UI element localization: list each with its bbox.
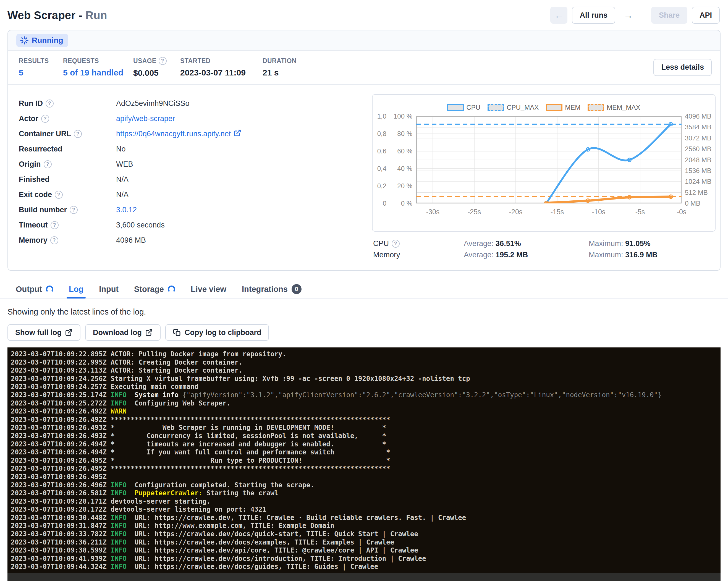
log-action-label: Copy log to clipboard bbox=[185, 328, 261, 337]
detail-value[interactable]: https://0q64wnacgyft.runs.apify.net bbox=[116, 129, 241, 139]
log-line: 2023-03-07T10:09:38.599Z INFO URL: https… bbox=[11, 547, 721, 555]
previous-run-button[interactable]: ← bbox=[550, 7, 567, 24]
tab-log[interactable]: Log bbox=[69, 280, 83, 298]
log-action-copy-log-to-clipboard[interactable]: Copy log to clipboard bbox=[165, 324, 269, 341]
axis-tick-label: 2048 MB bbox=[685, 156, 711, 164]
stat-value: 2023-03-07 11:09 bbox=[180, 68, 263, 77]
log-line: 2023-03-07T10:09:24.257Z Executing main … bbox=[11, 383, 721, 391]
axis-tick-label: 0,2 bbox=[377, 182, 386, 190]
stat-duration: DURATION21 s bbox=[263, 57, 345, 77]
detail-label: Timeout? bbox=[19, 221, 116, 230]
axis-tick-label: 3584 MB bbox=[685, 123, 711, 131]
log-action-show-full-log[interactable]: Show full log bbox=[7, 324, 80, 341]
all-runs-button[interactable]: All runs bbox=[572, 7, 615, 24]
detail-value: WEB bbox=[116, 160, 133, 168]
help-icon[interactable]: ? bbox=[44, 160, 52, 168]
less-details-button[interactable]: Less details bbox=[653, 59, 712, 76]
detail-label-text: Build number bbox=[19, 206, 67, 214]
legend-item-mem_max[interactable]: MEM_MAX bbox=[588, 104, 640, 111]
axis-tick-label: 0 bbox=[383, 200, 386, 207]
help-icon[interactable]: ? bbox=[55, 191, 63, 199]
log-action-download-log[interactable]: Download log bbox=[85, 324, 161, 341]
axis-tick-label: 1024 MB bbox=[685, 178, 711, 185]
tab-live-view[interactable]: Live view bbox=[191, 280, 226, 298]
detail-value[interactable]: apify/web-scraper bbox=[116, 114, 175, 123]
detail-label: Memory? bbox=[19, 236, 116, 245]
tab-output[interactable]: Output bbox=[16, 280, 53, 298]
tab-count-badge: 0 bbox=[292, 284, 302, 294]
tab-storage[interactable]: Storage bbox=[134, 280, 175, 298]
detail-row: Actor?apify/web-scraper bbox=[19, 111, 372, 126]
external-link-icon[interactable] bbox=[234, 129, 241, 139]
help-icon[interactable]: ? bbox=[159, 57, 167, 65]
detail-row: Origin?WEB bbox=[19, 157, 372, 172]
detail-value-text: N/A bbox=[116, 175, 129, 184]
axis-tick-label: 60 % bbox=[397, 147, 412, 155]
next-run-button[interactable]: → bbox=[620, 7, 637, 24]
help-icon[interactable]: ? bbox=[50, 236, 58, 244]
stat-label-text: STARTED bbox=[180, 57, 211, 65]
x-tick-label: -5s bbox=[635, 208, 645, 216]
detail-row: Container URL?https://0q64wnacgyft.runs.… bbox=[19, 126, 372, 141]
log-line: 2023-03-07T10:09:26.495Z bbox=[11, 473, 721, 481]
detail-label-text: Actor bbox=[19, 114, 38, 123]
log-line: 2023-03-07T10:09:26.494Z * timeouts are … bbox=[11, 440, 721, 449]
stat-value[interactable]: 5 bbox=[19, 68, 63, 77]
legend-label: CPU bbox=[466, 104, 480, 111]
log-line: 2023-03-07T10:09:44.324Z INFO URL: https… bbox=[11, 563, 721, 571]
legend-item-mem[interactable]: MEM bbox=[546, 104, 580, 111]
stat-label-text: RESULTS bbox=[19, 57, 49, 65]
stat-value[interactable]: 5 of 19 handled bbox=[63, 68, 133, 77]
api-button[interactable]: API bbox=[692, 7, 720, 24]
stat-started: STARTED2023-03-07 11:09 bbox=[180, 57, 263, 77]
horizontal-scrollbar[interactable] bbox=[7, 573, 721, 581]
legend-swatch bbox=[447, 104, 464, 111]
log-line: 2023-03-07T10:09:22.995Z ACTOR: Creating… bbox=[11, 359, 721, 367]
page-title: Web Scraper - Run bbox=[7, 9, 107, 22]
memory-average: Average: 195.2 MB bbox=[464, 251, 589, 259]
detail-row: ResurrectedNo bbox=[19, 141, 372, 157]
tab-input[interactable]: Input bbox=[99, 280, 119, 298]
detail-value-text: https://0q64wnacgyft.runs.apify.net bbox=[116, 130, 231, 138]
axis-tick-label: 3072 MB bbox=[685, 134, 711, 142]
cpu-summary-label: CPU? bbox=[373, 239, 464, 248]
help-icon[interactable]: ? bbox=[74, 130, 82, 138]
axis-tick-label: 20 % bbox=[397, 182, 412, 190]
axis-tick-label: 80 % bbox=[397, 130, 412, 138]
detail-value[interactable]: 3.0.12 bbox=[116, 206, 137, 214]
tab-label: Integrations bbox=[242, 285, 288, 294]
topbar: Web Scraper - Run ← All runs → Share API bbox=[0, 0, 728, 24]
axis-tick-label: 40 % bbox=[397, 165, 412, 173]
legend-item-cpu_max[interactable]: CPU_MAX bbox=[488, 104, 539, 111]
stat-label: STARTED bbox=[180, 57, 263, 65]
stat-label-text: DURATION bbox=[263, 57, 296, 65]
tab-integrations[interactable]: Integrations0 bbox=[242, 280, 302, 298]
log-line: 2023-03-07T10:09:26.496Z INFO Configurat… bbox=[11, 481, 721, 490]
usage-summary: CPU? Average: 36.51% Maximum: 91.05% Mem… bbox=[373, 239, 716, 259]
chart-plot-row: 1,00,80,60,40,20 100 %80 %60 %40 %20 %0 … bbox=[372, 116, 715, 205]
arrow-left-icon: ← bbox=[554, 10, 564, 21]
detail-value: AdOz5evimh9NCiSSo bbox=[116, 99, 190, 108]
axis-tick-label: 0 % bbox=[401, 200, 412, 207]
log-line: 2023-03-07T10:09:26.492Z ***************… bbox=[11, 416, 721, 424]
usage-column: CPUCPU_MAXMEMMEM_MAX 1,00,80,60,40,20 10… bbox=[372, 94, 716, 259]
help-icon[interactable]: ? bbox=[392, 240, 400, 248]
help-icon[interactable]: ? bbox=[46, 100, 54, 107]
detail-label-text: Exit code bbox=[19, 190, 52, 199]
stat-label-text: USAGE bbox=[133, 57, 156, 65]
help-icon[interactable]: ? bbox=[51, 221, 59, 229]
log-line: 2023-03-07T10:09:26.492Z WARN bbox=[11, 407, 721, 416]
stat-usage: USAGE?$0.005 bbox=[133, 57, 180, 78]
share-button[interactable]: Share bbox=[651, 7, 687, 24]
help-icon[interactable]: ? bbox=[41, 115, 49, 123]
help-icon[interactable]: ? bbox=[70, 206, 78, 214]
usage-chart: CPUCPU_MAXMEMMEM_MAX 1,00,80,60,40,20 10… bbox=[372, 94, 716, 232]
log-line: 2023-03-07T10:09:31.847Z INFO URL: http:… bbox=[11, 522, 721, 530]
legend-label: MEM_MAX bbox=[607, 104, 640, 111]
legend-swatch bbox=[546, 104, 563, 111]
axis-tick-label: 100 % bbox=[394, 112, 412, 120]
legend-item-cpu[interactable]: CPU bbox=[447, 104, 480, 111]
detail-value-text: 3,600 seconds bbox=[116, 221, 165, 230]
cpu-average: Average: 36.51% bbox=[464, 239, 589, 248]
log-terminal[interactable]: 2023-03-07T10:09:22.895Z ACTOR: Pulling … bbox=[7, 347, 721, 581]
